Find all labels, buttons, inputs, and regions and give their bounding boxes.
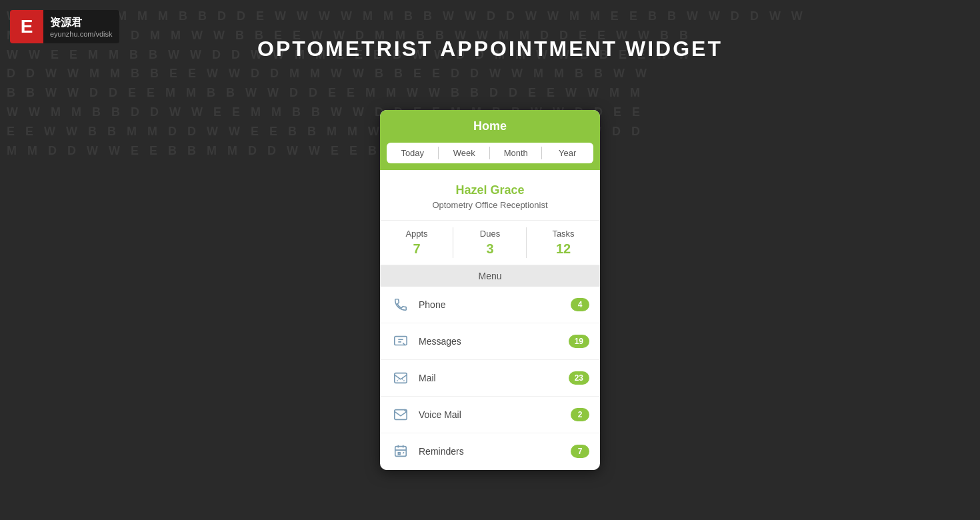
menu-mail-badge: 23 [569,371,589,385]
tab-month[interactable]: Month [490,143,542,163]
menu-item-reminders[interactable]: Reminders 7 [380,433,600,470]
profile-role: Optometry Office Receptionist [393,200,587,210]
menu-item-messages[interactable]: Messages 19 [380,323,600,360]
svg-rect-1 [395,373,407,383]
messages-icon [391,331,411,351]
menu-phone-badge: 4 [571,298,589,311]
stat-tasks-label: Tasks [532,229,595,239]
menu-item-mail[interactable]: Mail 23 [380,360,600,397]
menu-reminders-label: Reminders [419,446,571,457]
widget-header: Home [380,110,600,143]
stat-dues-label: Dues [459,229,521,239]
menu-messages-label: Messages [419,336,569,347]
svg-rect-0 [395,337,407,345]
stat-tasks: Tasks 12 [527,221,600,265]
menu-mail-label: Mail [419,373,569,383]
mail-icon [391,368,411,388]
menu-phone-label: Phone [419,299,571,310]
menu-voicemail-badge: 2 [571,408,589,421]
stats-row: Appts 7 Dues 3 Tasks 12 [380,221,600,265]
svg-rect-2 [395,410,407,420]
tab-bar: Today Week Month Year [380,143,600,170]
logo-name: 资源君 [50,16,113,30]
stat-dues-value: 3 [459,241,521,257]
menu-header: Menu [380,265,600,287]
profile-section: Hazel Grace Optometry Office Receptionis… [380,170,600,221]
appointment-widget: Home Today Week Month Year Hazel Grace O… [380,110,600,470]
stat-tasks-value: 12 [532,241,595,257]
menu-item-voicemail[interactable]: Voice Mail 2 [380,397,600,433]
menu-reminders-badge: 7 [571,445,589,458]
stat-appts-value: 7 [385,241,448,257]
stat-dues: Dues 3 [453,221,527,265]
phone-icon [391,295,411,315]
menu-item-phone[interactable]: Phone 4 [380,287,600,323]
menu-messages-badge: 19 [569,335,589,348]
tab-year[interactable]: Year [542,143,594,163]
stat-appts-label: Appts [385,229,448,239]
reminders-icon [391,441,411,461]
voicemail-icon [391,405,411,425]
profile-name: Hazel Grace [393,183,587,197]
page-title: OPTOMETRIST APPOINTMENT WIDGET [0,37,980,61]
stat-appts: Appts 7 [380,221,453,265]
menu-voicemail-label: Voice Mail [419,409,571,420]
tab-today[interactable]: Today [387,143,439,163]
tab-bar-inner: Today Week Month Year [387,143,593,163]
svg-rect-3 [395,447,407,457]
tab-week[interactable]: Week [439,143,491,163]
